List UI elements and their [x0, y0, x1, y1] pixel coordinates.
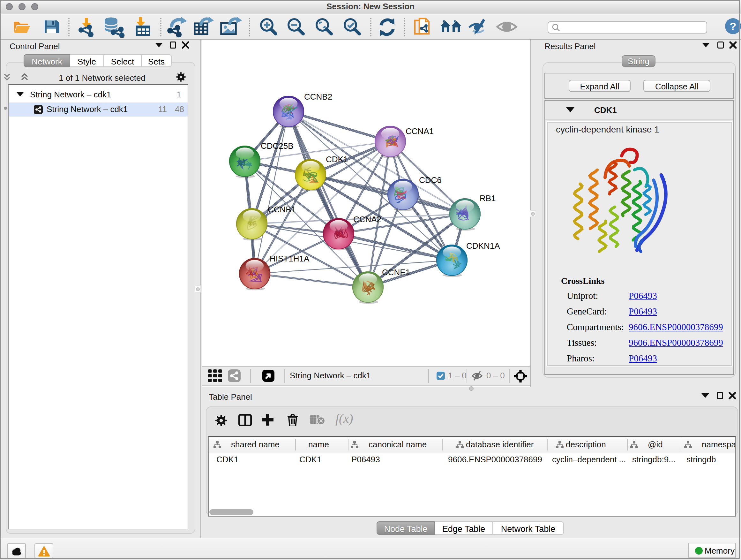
- svg-text:CCNE1: CCNE1: [382, 267, 410, 277]
- svg-text:?: ?: [730, 20, 737, 32]
- svg-text:RB1: RB1: [480, 193, 496, 203]
- svg-text:HIST1H1A: HIST1H1A: [270, 254, 310, 263]
- svg-text:CCNA1: CCNA1: [406, 126, 434, 136]
- svg-text:CDC6: CDC6: [419, 175, 442, 185]
- svg-text:CCNB1: CCNB1: [268, 205, 296, 214]
- svg-text:CDK1: CDK1: [326, 154, 348, 164]
- svg-text:CDC25B: CDC25B: [261, 141, 293, 151]
- svg-text:CDKN1A: CDKN1A: [466, 241, 500, 251]
- svg-text:CCNA2: CCNA2: [353, 214, 381, 224]
- svg-text:CCNB2: CCNB2: [304, 92, 332, 102]
